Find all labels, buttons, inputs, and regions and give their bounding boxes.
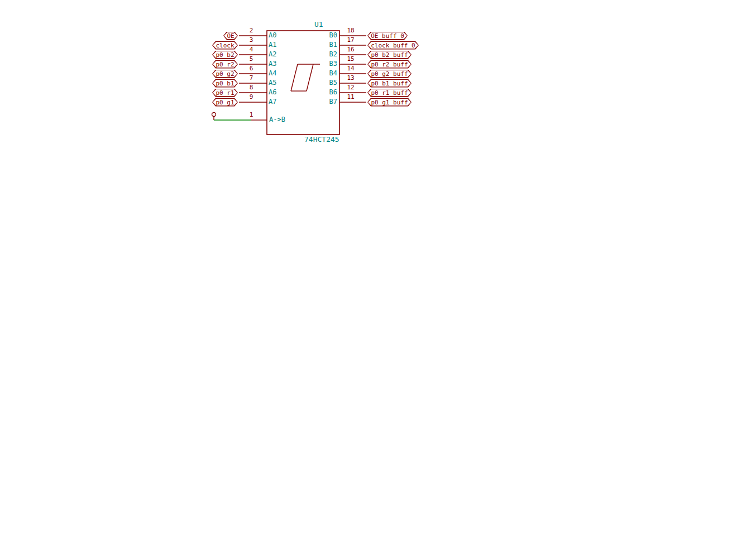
net-label-p0_g2_buff[interactable]: p0_g2_buff [367,70,412,78]
net-label-text: p0_r1 [213,89,237,97]
pin-name: B3 [323,60,337,68]
schematic-canvas: U174HCT2452A0OE3A1clock4A2p0_b25A3p0_r26… [0,0,756,541]
net-label-text: OE_buff_0 [368,32,407,40]
net-label-p0_r2[interactable]: p0_r2 [212,60,238,69]
net-label-text: p0_b1 [213,80,237,87]
net-label-text: p0_r2 [213,61,237,68]
pin-number: 12 [343,84,358,91]
vcc-symbol [212,113,216,117]
pin-number: 2 [243,27,259,34]
pin-name: B2 [323,51,337,58]
net-label-clock_buff_0[interactable]: clock_buff_0 [367,41,419,50]
net-label-OE_buff_0[interactable]: OE_buff_0 [367,32,408,40]
pin-number: 16 [343,46,358,53]
pin-number: 13 [343,75,358,82]
pin-number: 9 [243,94,259,100]
pin-name: A6 [269,89,276,96]
pin-name: A3 [269,60,276,68]
net-label-text: clock [213,42,237,49]
net-label-p0_g2[interactable]: p0_g2 [212,70,238,78]
net-label-text: OE [224,32,237,40]
net-label-p0_b1[interactable]: p0_b1 [212,79,238,88]
pin-name: B5 [323,79,337,87]
net-label-p0_b2[interactable]: p0_b2 [212,51,238,59]
pin-name: A0 [269,32,276,39]
pin-number: 18 [343,27,358,34]
pin-name: A2 [269,51,276,58]
buffer-glyph [291,64,298,91]
net-label-text: p0_b1_buff [368,80,411,87]
pin-number: 8 [243,84,259,91]
pin-number: 6 [243,65,259,72]
net-label-text: p0_b2_buff [368,51,411,59]
pin-number: 17 [343,37,358,44]
pin-number: 15 [343,56,358,63]
pin-number: 7 [243,75,259,82]
pin-name: A1 [269,41,276,49]
net-label-clock[interactable]: clock [212,41,238,50]
chip-part: 74HCT245 [304,136,339,143]
net-label-text: p0_g1 [213,99,237,106]
pin-name: B7 [323,98,337,106]
pin-number: 11 [343,94,358,100]
net-label-p0_g1[interactable]: p0_g1 [212,98,238,107]
pin-number: 14 [343,65,358,72]
net-label-p0_g1_buff[interactable]: p0_g1_buff [367,98,412,107]
net-label-text: p0_b2 [213,51,237,59]
pin-name: B0 [323,32,337,39]
net-label-text: p0_g1_buff [368,99,411,106]
pin-number: 4 [243,46,259,53]
net-label-p0_r2_buff[interactable]: p0_r2_buff [367,60,412,69]
net-label-p0_r1_buff[interactable]: p0_r1_buff [367,89,412,97]
pin-number: 3 [243,37,259,44]
pin-number: 5 [243,56,259,63]
pin-name: A7 [269,98,276,106]
net-label-p0_b1_buff[interactable]: p0_b1_buff [367,79,412,88]
pin-name: A->B [269,116,285,123]
net-label-text: clock_buff_0 [368,42,418,49]
pin-name: B1 [323,41,337,49]
net-label-p0_b2_buff[interactable]: p0_b2_buff [367,51,412,59]
pin-name: A5 [269,79,276,87]
pin-name: B4 [323,70,337,77]
pin-name: B6 [323,89,337,96]
net-label-text: p0_r1_buff [368,89,411,97]
net-label-text: p0_g2_buff [368,70,411,78]
net-label-text: p0_r2_buff [368,61,411,68]
pin-number: 1 [243,112,259,118]
net-label-text: p0_g2 [213,70,237,78]
chip-ref: U1 [314,21,323,28]
pin-name: A4 [269,70,276,77]
buffer-glyph [307,64,313,91]
net-label-p0_r1[interactable]: p0_r1 [212,89,238,97]
